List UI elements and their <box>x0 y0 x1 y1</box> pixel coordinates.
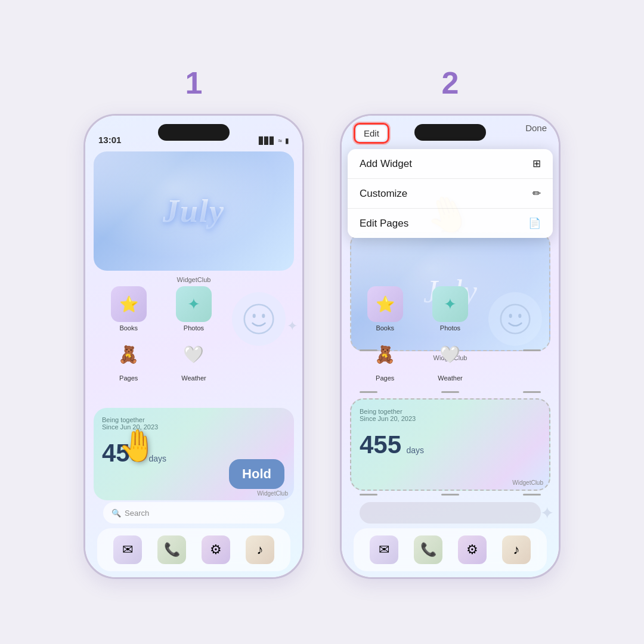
context-menu-edit-pages[interactable]: Edit Pages 📄 <box>348 209 553 238</box>
dock-app3-1[interactable]: ⚙ <box>202 535 230 564</box>
weather-icon-1: 🤍 <box>176 336 212 372</box>
jiggle-dash2-left <box>360 391 377 393</box>
step-1-number: 1 <box>185 65 203 101</box>
app-grid-2: ⭐ Books ✦ Photos <box>350 281 550 386</box>
step-2-number: 2 <box>442 65 459 101</box>
phone-1-inner: 13:01 ▊▊▊ ≈ ▮ July WidgetClub <box>85 116 302 577</box>
dock-placeholder-2 <box>360 502 541 524</box>
photos-icon-1: ✦ <box>176 286 212 322</box>
dynamic-island-2 <box>414 124 486 141</box>
dock-mail-1[interactable]: ✉ <box>113 535 142 564</box>
countdown-widget-label-2: WidgetClub <box>512 479 543 486</box>
countdown-title-2: Being together <box>360 408 541 415</box>
done-button[interactable]: Done <box>525 123 547 133</box>
photos-label-1: Photos <box>184 324 204 332</box>
search-text-1: Search <box>125 509 149 518</box>
phone-2: Edit Done Add Widget ⊞ Customize ✏ Edi <box>340 114 561 579</box>
search-bar-1[interactable]: 🔍 Search <box>103 502 284 524</box>
app-item-pages-1[interactable]: 🧸 Pages <box>98 336 159 382</box>
pages-icon-1: 🧸 <box>111 336 147 372</box>
context-menu: Add Widget ⊞ Customize ✏ Edit Pages 📄 <box>348 149 553 238</box>
weather-label-1: Weather <box>181 374 206 382</box>
books-label-2: Books <box>376 324 394 332</box>
dock-app3-2[interactable]: ⚙ <box>458 535 487 564</box>
jiggle-dash2-mid <box>441 391 459 393</box>
widget-title-1: July <box>163 193 225 230</box>
books-label-1: Books <box>119 324 138 332</box>
context-menu-customize[interactable]: Customize ✏ <box>348 179 553 209</box>
context-menu-add-widget[interactable]: Add Widget ⊞ <box>348 149 553 179</box>
svg-point-0 <box>244 305 274 334</box>
dock-music-2[interactable]: ♪ <box>502 535 531 564</box>
edit-button[interactable]: Edit <box>357 126 386 141</box>
dock-mail-2[interactable]: ✉ <box>370 535 398 564</box>
star-deco-2: ✦ <box>540 503 554 523</box>
edit-pages-label: Edit Pages <box>360 218 408 230</box>
widget-top-1: July <box>94 151 294 271</box>
jiggle-dash3-mid <box>441 494 459 496</box>
edit-pages-icon: 📄 <box>528 217 541 230</box>
photos-label-2: Photos <box>440 324 460 332</box>
weather-icon-2: 🤍 <box>432 336 468 372</box>
books-icon-1: ⭐ <box>111 286 147 322</box>
step-2: 2 Edit Done Add Widget ⊞ <box>340 65 561 579</box>
smiley-svg-2 <box>500 304 531 335</box>
main-container: 1 13:01 ▊▊▊ ≈ ▮ <box>0 0 644 644</box>
hold-badge: Hold <box>229 459 284 489</box>
svg-point-5 <box>519 314 522 318</box>
dock-music-1[interactable]: ♪ <box>246 535 274 564</box>
countdown-title-1: Being together <box>102 416 286 423</box>
app-item-photos-2[interactable]: ✦ Photos <box>420 286 480 332</box>
countdown-date-2: Since Jun 20, 2023 <box>360 415 541 422</box>
customize-icon: ✏ <box>532 187 541 200</box>
hand-cursor-1: 🤚 <box>118 428 157 464</box>
countdown-number-2: 455 <box>360 431 401 459</box>
app-item-books-1[interactable]: ⭐ Books <box>98 286 159 332</box>
countdown-widget-label-1: WidgetClub <box>257 490 288 497</box>
app-item-weather-1[interactable]: 🤍 Weather <box>163 336 224 382</box>
app-item-photos-1[interactable]: ✦ Photos <box>163 286 224 332</box>
step-1: 1 13:01 ▊▊▊ ≈ ▮ <box>83 65 304 579</box>
jiggle-dash2-right <box>523 391 541 393</box>
jiggle-dash3-right <box>523 494 541 496</box>
customize-label: Customize <box>360 188 407 200</box>
dock-2: ✉ 📞 ⚙ ♪ <box>354 528 547 571</box>
svg-point-3 <box>501 305 530 334</box>
dock-phone-2[interactable]: 📞 <box>414 535 442 564</box>
app-item-pages-2[interactable]: 🧸 Pages <box>355 336 415 382</box>
svg-point-4 <box>509 314 512 318</box>
edit-highlight-ring: Edit <box>354 123 389 144</box>
app-item-smiley-2[interactable] <box>485 286 546 382</box>
countdown-unit-2: days <box>407 445 425 455</box>
weather-label-2: Weather <box>438 374 462 382</box>
pages-label-2: Pages <box>376 374 394 382</box>
search-icon-1: 🔍 <box>112 509 121 518</box>
edit-btn-wrapper: Edit <box>354 123 389 144</box>
pages-icon-2: 🧸 <box>367 336 403 372</box>
status-time-1: 13:01 <box>98 135 121 145</box>
app-item-books-2[interactable]: ⭐ Books <box>355 286 415 332</box>
phone-1: 13:01 ▊▊▊ ≈ ▮ July WidgetClub <box>83 114 304 579</box>
books-icon-2: ⭐ <box>367 286 403 322</box>
phone-2-inner: Edit Done Add Widget ⊞ Customize ✏ Edi <box>342 116 559 577</box>
pages-label-1: Pages <box>119 374 138 382</box>
app-grid-1: ⭐ Books ✦ Photos <box>94 281 294 386</box>
status-icons-1: ▊▊▊ ≈ ▮ <box>259 137 289 145</box>
jiggle-dash3-left <box>360 494 377 496</box>
dock-phone-1[interactable]: 📞 <box>157 535 186 564</box>
smiley-svg-1 <box>243 304 274 335</box>
app-item-weather-2[interactable]: 🤍 Weather <box>420 336 480 382</box>
widget-countdown-2: Being together Since Jun 20, 2023 455 da… <box>350 398 550 491</box>
star-deco-1a: ✦ <box>287 318 298 334</box>
app-item-smiley-1[interactable] <box>229 286 289 382</box>
photos-icon-2: ✦ <box>432 286 468 322</box>
dynamic-island-1 <box>158 124 230 141</box>
add-widget-label: Add Widget <box>360 158 412 170</box>
add-widget-icon: ⊞ <box>532 157 541 170</box>
dock-1: ✉ 📞 ⚙ ♪ <box>97 528 290 571</box>
svg-point-1 <box>253 314 256 318</box>
svg-point-2 <box>262 314 265 318</box>
